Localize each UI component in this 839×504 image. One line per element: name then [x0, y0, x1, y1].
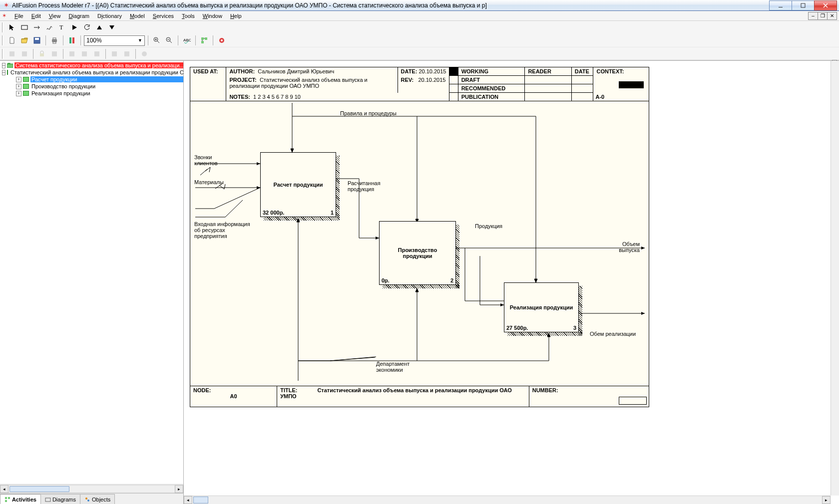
canvas-horizontal-scrollbar[interactable]: ◂ ▸ — [184, 496, 831, 504]
scroll-right-button[interactable]: ▸ — [175, 485, 183, 493]
svg-rect-22 — [69, 51, 74, 56]
mm-btn-9[interactable] — [121, 48, 132, 59]
pointer-tool[interactable] — [6, 22, 17, 33]
zoom-in-button[interactable] — [151, 35, 162, 46]
recommended-label: RECOMMENDED — [461, 85, 506, 91]
mm-btn-2[interactable] — [19, 48, 30, 59]
expand-icon[interactable]: – — [2, 70, 5, 75]
menu-help[interactable]: Help — [227, 12, 245, 19]
zoom-out-button[interactable] — [164, 35, 175, 46]
mm-btn-8[interactable] — [109, 48, 120, 59]
svg-rect-1 — [21, 25, 27, 29]
expand-icon[interactable]: + — [16, 77, 21, 82]
svg-rect-15 — [201, 41, 204, 43]
explorer-tabs: Activities Diagrams Objects — [0, 493, 183, 504]
date-label: DATE: — [401, 68, 418, 74]
refresh-tool[interactable] — [81, 22, 92, 33]
menu-dictionary[interactable]: Dictionary — [94, 12, 125, 19]
tree-item-selected[interactable]: + Расчет продукции — [0, 76, 183, 83]
save-button[interactable] — [31, 35, 42, 46]
scroll-thumb[interactable] — [9, 486, 69, 492]
tree-item[interactable]: – Статистический анализ объема выпуска и… — [0, 69, 183, 76]
spellcheck-button[interactable]: ABC — [181, 35, 192, 46]
mm-btn-6[interactable] — [79, 48, 90, 59]
menu-view[interactable]: View — [45, 12, 64, 19]
new-button[interactable] — [6, 35, 17, 46]
triangle-down-tool[interactable] — [106, 22, 117, 33]
canvas-vertical-scrollbar[interactable] — [831, 61, 839, 496]
number-label: NUMBER: — [532, 387, 558, 393]
tab-objects[interactable]: Objects — [80, 494, 115, 504]
open-button[interactable] — [19, 35, 30, 46]
report-button[interactable] — [66, 35, 77, 46]
tree-item[interactable]: + Производство продукции — [0, 83, 183, 90]
notes-label: NOTES: — [229, 94, 250, 100]
model-explorer-button[interactable] — [199, 35, 210, 46]
activity-box-1[interactable]: Расчет продукции 32 000р. 1 — [260, 152, 336, 217]
model-tree[interactable]: – Система статистического анализа объема… — [0, 61, 183, 484]
scroll-left-button[interactable]: ◂ — [184, 496, 192, 504]
tab-activities[interactable]: Activities — [0, 494, 41, 504]
objects-icon — [84, 497, 90, 503]
tree-label: Система статистического анализа объема в… — [14, 62, 183, 68]
mdi-restore-button[interactable]: ❐ — [818, 12, 828, 20]
arrow-label: Входная информация об ресурсах предприят… — [194, 221, 254, 239]
activity-box-tool[interactable] — [19, 22, 30, 33]
svg-rect-23 — [82, 51, 87, 56]
svg-rect-32 — [5, 500, 7, 502]
svg-point-34 — [85, 498, 87, 500]
window-minimize-button[interactable] — [769, 0, 792, 10]
mdi-minimize-button[interactable]: – — [808, 12, 818, 20]
properties-button[interactable] — [216, 35, 227, 46]
toolbar-area: T 100%▼ ABC — [0, 21, 839, 60]
scroll-thumb[interactable] — [193, 497, 208, 504]
menu-file[interactable]: File — [11, 12, 27, 19]
arrow-tool[interactable] — [31, 22, 42, 33]
nav-horizontal-scrollbar[interactable]: ◂ ▸ — [0, 484, 183, 493]
scroll-left-button[interactable]: ◂ — [0, 485, 8, 493]
mm-btn-10[interactable] — [139, 48, 150, 59]
print-button[interactable] — [49, 35, 60, 46]
scroll-right-button[interactable]: ▸ — [822, 496, 831, 504]
svg-rect-14 — [205, 37, 207, 40]
zoom-combo[interactable]: 100%▼ — [84, 35, 145, 46]
tab-diagrams[interactable]: Diagrams — [40, 494, 80, 504]
tree-label: Реализация продукции — [30, 90, 91, 96]
activity-box-2[interactable]: Производство продукции 0р. 2 — [379, 221, 456, 285]
play-tool[interactable] — [69, 22, 80, 33]
used-at-label: USED AT: — [193, 68, 218, 74]
expand-icon[interactable]: + — [16, 91, 21, 96]
activity-box-3[interactable]: Реализация продукции 27 500р. 3 — [504, 282, 579, 332]
mm-btn-4[interactable] — [49, 48, 60, 59]
mdi-close-button[interactable]: ✕ — [827, 12, 837, 20]
menu-tools[interactable]: Tools — [178, 12, 198, 19]
activity-cost: 0р. — [382, 277, 390, 283]
node-value: A0 — [193, 393, 274, 399]
mm-btn-7[interactable] — [91, 48, 102, 59]
menu-window[interactable]: Window — [199, 12, 226, 19]
svg-point-17 — [221, 39, 223, 41]
window-close-button[interactable] — [814, 0, 837, 10]
menu-model[interactable]: Model — [126, 12, 148, 19]
modelmart-toolbar — [0, 47, 839, 60]
tree-item[interactable]: + Реализация продукции — [0, 90, 183, 97]
reader-label: READER — [528, 68, 551, 74]
menu-edit[interactable]: Edit — [28, 12, 44, 19]
triangle-up-tool[interactable] — [94, 22, 105, 33]
expand-icon[interactable]: – — [2, 63, 5, 68]
text-tool[interactable]: T — [56, 22, 67, 33]
mm-btn-1[interactable] — [6, 48, 17, 59]
mm-lock-button[interactable] — [36, 48, 47, 59]
expand-icon[interactable]: + — [16, 84, 21, 89]
window-maximize-button[interactable] — [792, 0, 815, 10]
window-titlebar: ✶ AllFusion Process Modeler r7 - [(A0) С… — [0, 0, 839, 11]
menu-services[interactable]: Services — [149, 12, 177, 19]
diagram-canvas-area[interactable]: USED AT: AUTHOR: Сальников Дмитрий Юрьев… — [184, 61, 839, 504]
diagrams-icon — [45, 497, 51, 503]
mm-btn-5[interactable] — [66, 48, 77, 59]
squiggle-tool[interactable] — [44, 22, 55, 33]
tree-root[interactable]: – Система статистического анализа объема… — [0, 62, 183, 69]
diagram-body[interactable]: Правила и процедуры Звонки клиентов Мате… — [190, 101, 649, 386]
menu-diagram[interactable]: Diagram — [65, 12, 93, 19]
node-label: NODE: — [193, 387, 211, 393]
